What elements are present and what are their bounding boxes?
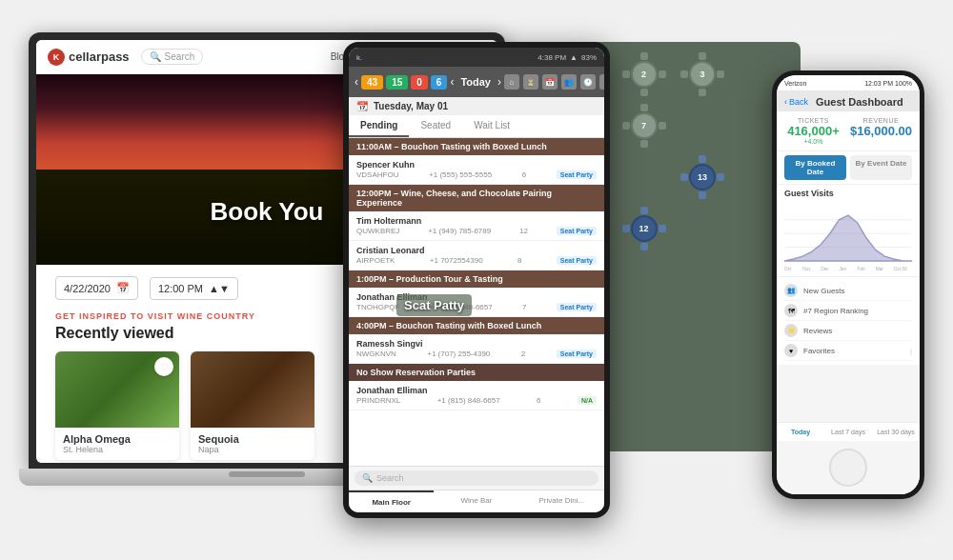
gear-icon[interactable]: ⚙ xyxy=(599,74,604,90)
res-phone-noshow: +1 (815) 848-6657 xyxy=(437,396,500,405)
table-13[interactable]: 13 xyxy=(679,154,725,200)
clock-icon[interactable]: 🕐 xyxy=(580,74,596,90)
tablet-date-bar: 📆 Tuesday, May 01 xyxy=(349,97,604,115)
res-tag-ramessh: Seat Party xyxy=(557,350,597,358)
res-code-jonathan: TNOHGPQF xyxy=(356,303,399,311)
reservation-spencer[interactable]: Spencer Kuhn VDSAHFOU +1 (555) 555-5555 … xyxy=(349,155,604,185)
badge-waitlist: 0 xyxy=(411,75,428,90)
calendar-icon: 📅 xyxy=(116,282,130,294)
cellarpass-logo: K cellarpass xyxy=(48,49,130,66)
favorites-icon: ♥ xyxy=(784,344,798,357)
badge-seated: 15 xyxy=(386,75,408,90)
metric-new-guests-label: New Guests xyxy=(803,287,912,295)
table-number-12: 12 xyxy=(631,215,658,242)
search-text-tablet: Search xyxy=(376,473,404,483)
winery-card-img-2 xyxy=(191,351,314,428)
today-label[interactable]: Today xyxy=(460,76,491,88)
table-empty-5 xyxy=(621,154,667,200)
reservation-noshow-jonathan[interactable]: Jonathan Elliman PRINDRNXL +1 (815) 848-… xyxy=(349,381,604,410)
table-2[interactable]: 2 xyxy=(621,51,667,97)
tab-waitlist[interactable]: Wait List xyxy=(462,115,521,137)
favorite-icon-1[interactable]: ♡ xyxy=(154,357,173,376)
winery-location-1: St. Helena xyxy=(63,445,172,454)
reservation-cristian[interactable]: Cristian Leonard AIRPOETK +1 7072554390 … xyxy=(349,241,604,270)
phone-tab-today[interactable]: Today xyxy=(777,427,824,437)
res-detail-cristian: AIRPOETK +1 7072554390 8 Seat Party xyxy=(356,256,597,265)
svg-text:Mar: Mar xyxy=(876,267,884,271)
reservation-ramessh[interactable]: Ramessh Singvi NWGKNVN +1 (707) 255-4390… xyxy=(349,334,604,364)
battery-phone: 100% xyxy=(895,80,912,87)
phone-tab-30days[interactable]: Last 30 days xyxy=(872,427,920,437)
res-detail-ramessh: NWGKNVN +1 (707) 255-4390 2 Seat Party xyxy=(356,350,597,358)
home-icon[interactable]: ⌂ xyxy=(504,74,519,90)
res-name-noshow: Jonathan Elliman xyxy=(356,386,597,395)
phone-stats: TICKETS 416,000+ +4.0% REVENUE $16,000.0… xyxy=(777,111,920,151)
bottom-tab-wine-bar[interactable]: Wine Bar xyxy=(434,490,518,512)
table-number-13: 13 xyxy=(689,164,716,190)
reservation-tim[interactable]: Tim Holtermann QUWKBREJ +1 (949) 785-678… xyxy=(349,211,604,241)
filter-booked-date[interactable]: By Booked Date xyxy=(784,155,846,180)
calendar-icon[interactable]: 📅 xyxy=(542,74,558,90)
stat-tickets-value: 416,000+ xyxy=(784,124,842,138)
main-scene: K cellarpass 🔍 Search Blog Help ▾ Sign U… xyxy=(19,13,934,547)
res-code-noshow: PRINDRNXL xyxy=(356,396,400,405)
tablet-content: ‹ 43 15 0 6 ‹ Today › ⌂ ⏳ 📅 👥 🕐 ⚙ xyxy=(349,67,604,512)
table-12[interactable]: 12 xyxy=(621,206,667,251)
hourglass-icon[interactable]: ⏳ xyxy=(523,74,538,90)
res-count-noshow: 6 xyxy=(537,396,540,405)
res-tag-jonathan: Seat Party xyxy=(557,303,597,311)
res-phone-spencer: +1 (555) 555-5555 xyxy=(429,170,492,179)
phone-device: Verizon 12:03 PM 100% ‹ Back Guest Dashb… xyxy=(772,70,924,499)
winery-name-2: Sequoia xyxy=(198,433,307,445)
table-number-2: 2 xyxy=(631,61,658,88)
people-icon[interactable]: 👥 xyxy=(561,74,577,90)
tablet-search-input[interactable]: 🔍 Search xyxy=(355,470,598,486)
time-header-1pm: 1:00PM – Production Tour & Tasting xyxy=(349,270,604,288)
laptop-search-bar[interactable]: 🔍 Search xyxy=(141,49,204,65)
tablet-time: 4:38 PM xyxy=(537,53,566,62)
guest-visits-chart: Oct Nov Dec Jan Feb Mar Oct 06 xyxy=(784,204,912,272)
metric-favorites: ♥ Favorites | xyxy=(784,341,912,361)
phone-home-button[interactable] xyxy=(829,449,867,487)
tab-seated[interactable]: Seated xyxy=(409,115,462,137)
res-count-ramessh: 2 xyxy=(521,350,525,358)
new-guests-icon: 👥 xyxy=(784,284,798,297)
bottom-tab-private[interactable]: Private Dini... xyxy=(519,490,604,512)
bottom-tab-main-floor[interactable]: Main Floor xyxy=(349,490,434,512)
res-count-tim: 12 xyxy=(519,227,528,235)
chart-label: Guest Visits xyxy=(777,185,920,200)
res-count-spencer: 6 xyxy=(522,170,526,179)
table-3[interactable]: 3 xyxy=(679,51,725,97)
winery-info-2: Sequoia Napa xyxy=(191,428,314,460)
filter-event-date[interactable]: By Event Date xyxy=(850,155,912,180)
reservation-jonathan-1pm[interactable]: Jonathan Elliman TNOHGPQF +1 (815) 848-6… xyxy=(349,288,604,317)
res-detail-spencer: VDSAHFOU +1 (555) 555-5555 6 Seat Party xyxy=(356,170,597,179)
svg-text:Jan: Jan xyxy=(839,267,846,271)
scat-patty-label: Scat Patty xyxy=(396,294,472,316)
cal-icon-sm: 📆 xyxy=(356,101,368,111)
tab-pending[interactable]: Pending xyxy=(349,115,409,137)
table-7[interactable]: 7 xyxy=(621,103,667,149)
phone-tab-7days[interactable]: Last 7 days xyxy=(824,427,872,437)
table-empty-8 xyxy=(679,206,725,251)
res-detail-tim: QUWKBREJ +1 (949) 785-6789 12 Seat Party xyxy=(356,227,597,235)
phone-title: Guest Dashboard xyxy=(816,96,903,108)
tablet-bottom-tabs: Main Floor Wine Bar Private Dini... xyxy=(349,490,604,512)
res-name-spencer: Spencer Kuhn xyxy=(356,160,597,170)
phone-time: 12:03 PM xyxy=(864,80,893,87)
date-input[interactable]: 4/22/2020 📅 xyxy=(55,276,138,300)
winery-location-2: Napa xyxy=(198,445,307,454)
winery-card-alpha[interactable]: ♡ Alpha Omega St. Helena xyxy=(55,351,179,460)
phone-chart: Oct Nov Dec Jan Feb Mar Oct 06 xyxy=(777,200,920,276)
res-code-spencer: VDSAHFOU xyxy=(356,170,398,179)
battery-tablet: 83% xyxy=(581,53,597,62)
res-name-ramessh: Ramessh Singvi xyxy=(356,339,597,349)
phone-back-button[interactable]: ‹ Back xyxy=(784,97,808,107)
chevron-right-icon[interactable]: › xyxy=(497,75,501,89)
region-icon: 🗺 xyxy=(784,304,798,317)
time-input[interactable]: 12:00 PM ▲▼ xyxy=(150,277,238,300)
chevron-left-icon2[interactable]: ‹ xyxy=(450,75,454,89)
winery-card-sequoia[interactable]: Sequoia Napa xyxy=(191,351,314,460)
res-phone-ramessh: +1 (707) 255-4390 xyxy=(427,350,490,358)
chevron-left-icon[interactable]: ‹ xyxy=(355,75,358,89)
